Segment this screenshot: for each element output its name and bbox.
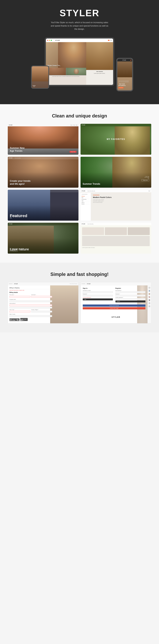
gallery-item-3: STYLER Home Shop Blog Create your trends… bbox=[8, 157, 78, 188]
tablet-mockup: STYLER Winter Gr bbox=[45, 37, 114, 86]
address-input[interactable] bbox=[10, 304, 52, 306]
phone-left-mockup: TrendsAges bbox=[31, 66, 49, 89]
reg-password-input[interactable] bbox=[115, 295, 145, 296]
gallery-btn-7[interactable]: Shop Now bbox=[10, 250, 18, 252]
checkout-form: STYLER Home Shop Checkout Billing & Ship… bbox=[8, 282, 78, 324]
register-btn[interactable]: Register bbox=[115, 300, 145, 302]
gallery-btn-4[interactable]: Shop Now bbox=[141, 179, 149, 181]
gallery-item-5: STYLER Home Shop Blog Featured Consectet… bbox=[8, 190, 78, 221]
signin-dot-1 bbox=[82, 283, 83, 284]
nav-dot-1 bbox=[9, 283, 10, 284]
address-label: Street address * bbox=[10, 303, 52, 304]
sign-in-col: Sign In Username or email * Password * L… bbox=[83, 288, 113, 302]
devices-showcase: TrendsAges STYLER bbox=[5, 37, 154, 94]
styler-logo-signin: STYLER bbox=[112, 316, 120, 318]
social-login: Continue with Facebook Continue with Goo… bbox=[83, 304, 145, 310]
gallery-item-7: STYLER Love nature Lorem ipsum dolor sit… bbox=[8, 223, 78, 254]
signin-nav: STYLER bbox=[81, 282, 151, 286]
nav-dot-3 bbox=[12, 283, 12, 284]
mini-nav-1: STYLER HomeShopBlog bbox=[8, 124, 78, 126]
signin-dot-3 bbox=[84, 283, 85, 284]
company-label: Company name bbox=[10, 299, 52, 300]
nav-dot-2 bbox=[10, 283, 11, 284]
phone-right-text: Man Coatsnew patterns bbox=[118, 83, 126, 86]
shopping-grid: STYLER Home Shop Checkout Billing & Ship… bbox=[8, 282, 151, 324]
phone-right-top: STYLER bbox=[117, 59, 132, 62]
country-input[interactable] bbox=[31, 311, 52, 312]
gallery-item-1: STYLER HomeShopBlog Summer NewAge Trends… bbox=[8, 124, 78, 155]
winter-text: Winter Wome... bbox=[10, 319, 24, 321]
register-col: Register Email address * Password * Conf… bbox=[115, 288, 145, 302]
phone-left-text: TrendsAges bbox=[33, 85, 36, 87]
confirm-input[interactable] bbox=[115, 298, 145, 300]
gallery-item-6: STYLER Home Shop Blog Sale 🛍 ♥ CATEGORIE… bbox=[81, 190, 151, 221]
gallery-item-4: Summer Trends Shop Now Post JulyPromo yo… bbox=[81, 157, 151, 188]
state-input[interactable] bbox=[10, 315, 52, 317]
hero-section: STYLER You'll like Styler so much, which… bbox=[0, 0, 159, 104]
mini-nav-6: STYLER Home Shop Blog Sale 🛍 ♥ bbox=[81, 190, 151, 192]
shop-now-btn[interactable]: Shop Now bbox=[118, 87, 124, 88]
hero-title: STYLER bbox=[5, 8, 154, 18]
mini-nav-2: STYLER bbox=[81, 124, 151, 126]
city-input[interactable] bbox=[10, 311, 30, 312]
gallery-item-8: STYLER Home Shop Blog Lorem ipsum dolor … bbox=[81, 223, 151, 254]
gallery-fav-label: MY FAVORITES bbox=[107, 138, 125, 140]
dot-yellow bbox=[49, 40, 50, 41]
dot-green bbox=[51, 40, 52, 41]
login-btn[interactable]: Login bbox=[83, 298, 113, 300]
lost-password[interactable]: Lost your password? bbox=[83, 297, 113, 298]
signin-panel: STYLER Sign In Username or email * Passw… bbox=[81, 282, 151, 324]
gallery-item-2: STYLER MY FAVORITES bbox=[81, 124, 151, 155]
gallery-label-1: Summer NewAge Trends bbox=[10, 146, 25, 153]
username-input[interactable] bbox=[83, 291, 113, 293]
reg-email-input[interactable] bbox=[115, 291, 145, 293]
sign-in-title: Sign In bbox=[83, 288, 113, 289]
tablet-overlay-text: Winter Green Tre... bbox=[47, 65, 61, 66]
tablet-top-bar: STYLER bbox=[46, 38, 113, 42]
password-input[interactable] bbox=[83, 295, 113, 296]
gallery-label-4: Summer Trends bbox=[83, 182, 100, 186]
city-label: Town / City * bbox=[10, 309, 30, 310]
signin-dot-2 bbox=[83, 283, 84, 284]
address-input-2[interactable] bbox=[10, 307, 52, 308]
design-section: Clean and unique design STYLER HomeShopB… bbox=[0, 104, 159, 262]
last-name-label: Last name * bbox=[31, 294, 52, 296]
mini-nav-8: STYLER Home Shop Blog bbox=[81, 223, 151, 225]
design-gallery: STYLER HomeShopBlog Summer NewAge Trends… bbox=[8, 124, 151, 254]
billing-note: Click here if you have a coupon code bbox=[10, 290, 52, 291]
mini-nav-7: STYLER bbox=[8, 223, 78, 225]
first-name-input[interactable] bbox=[10, 296, 30, 298]
confirm-label: Confirm password * bbox=[115, 297, 145, 298]
reg-password-label: Password * bbox=[115, 294, 145, 294]
phone-brand: STYLER bbox=[118, 60, 130, 60]
billing-details-label: Billing details bbox=[10, 292, 52, 294]
mini-nav-3: STYLER Home Shop Blog bbox=[8, 157, 78, 159]
reg-email-label: Email address * bbox=[115, 290, 145, 291]
checkout-nav: STYLER Home Shop Checkout bbox=[8, 282, 78, 286]
register-title: Register bbox=[115, 288, 145, 289]
first-name-label: First name * bbox=[10, 294, 30, 296]
shopping-section: Simple and fast shopping! STYLER Home Sh… bbox=[0, 262, 159, 332]
company-input[interactable] bbox=[10, 300, 52, 302]
facebook-login-btn[interactable]: Continue with Facebook bbox=[83, 304, 145, 307]
username-label: Username or email * bbox=[83, 290, 113, 291]
google-login-btn[interactable]: Continue with Google bbox=[83, 307, 145, 310]
dot-red bbox=[47, 40, 48, 41]
design-section-title: Clean and unique design bbox=[8, 113, 151, 118]
password-label: Password * bbox=[83, 294, 113, 294]
gallery-label-3: Create your trendsand life ages! bbox=[10, 180, 31, 186]
hero-subtitle: You'll like Styler so much, which is foc… bbox=[50, 21, 109, 31]
gallery-btn-1[interactable]: Shop Now bbox=[69, 151, 76, 153]
shopping-section-title: Simple and fast shopping! bbox=[8, 272, 151, 277]
tablet-brand: STYLER bbox=[55, 40, 60, 41]
state-label: State / County bbox=[10, 314, 52, 315]
pastel-accent bbox=[93, 195, 99, 195]
country-label: Country / Region * bbox=[31, 309, 52, 310]
pastel-desc: Lorem ipsum dolor sit amet,consectetur a… bbox=[93, 199, 149, 203]
last-name-input[interactable] bbox=[31, 296, 52, 298]
phone-right-mockup: STYLER Man Coatsnew patterns Never miss … bbox=[116, 58, 133, 91]
billing-shipping-label: Billing & Shipping bbox=[10, 287, 52, 289]
pastel-title: Modern Pastel Colors bbox=[93, 196, 149, 198]
sign-row: Sign In Username or email * Password * L… bbox=[83, 288, 145, 302]
